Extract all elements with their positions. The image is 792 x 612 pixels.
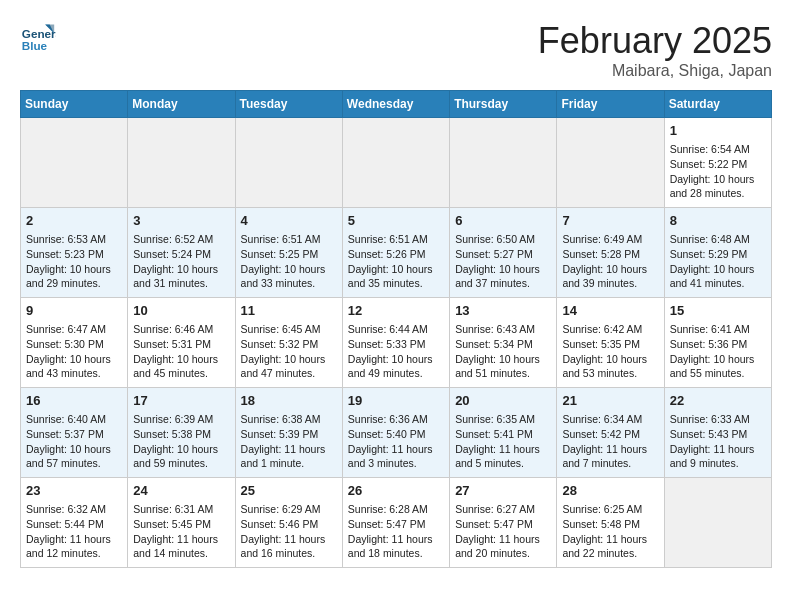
daylight-text: Daylight: 10 hours and 33 minutes. (241, 263, 326, 290)
daylight-text: Daylight: 11 hours and 20 minutes. (455, 533, 540, 560)
sunrise-text: Sunrise: 6:40 AM (26, 413, 106, 425)
sunset-text: Sunset: 5:47 PM (348, 518, 426, 530)
sunrise-text: Sunrise: 6:43 AM (455, 323, 535, 335)
calendar-cell: 18Sunrise: 6:38 AMSunset: 5:39 PMDayligh… (235, 388, 342, 478)
sunrise-text: Sunrise: 6:32 AM (26, 503, 106, 515)
day-number: 25 (241, 482, 337, 500)
sunrise-text: Sunrise: 6:31 AM (133, 503, 213, 515)
calendar-cell: 5Sunrise: 6:51 AMSunset: 5:26 PMDaylight… (342, 208, 449, 298)
day-number: 13 (455, 302, 551, 320)
day-number: 1 (670, 122, 766, 140)
daylight-text: Daylight: 11 hours and 22 minutes. (562, 533, 647, 560)
sunset-text: Sunset: 5:48 PM (562, 518, 640, 530)
day-number: 24 (133, 482, 229, 500)
calendar-cell: 17Sunrise: 6:39 AMSunset: 5:38 PMDayligh… (128, 388, 235, 478)
sunrise-text: Sunrise: 6:41 AM (670, 323, 750, 335)
calendar-cell: 16Sunrise: 6:40 AMSunset: 5:37 PMDayligh… (21, 388, 128, 478)
sunset-text: Sunset: 5:44 PM (26, 518, 104, 530)
sunrise-text: Sunrise: 6:49 AM (562, 233, 642, 245)
sunset-text: Sunset: 5:32 PM (241, 338, 319, 350)
daylight-text: Daylight: 11 hours and 14 minutes. (133, 533, 218, 560)
day-number: 28 (562, 482, 658, 500)
sunset-text: Sunset: 5:23 PM (26, 248, 104, 260)
calendar-cell: 10Sunrise: 6:46 AMSunset: 5:31 PMDayligh… (128, 298, 235, 388)
calendar-cell (557, 118, 664, 208)
sunrise-text: Sunrise: 6:51 AM (348, 233, 428, 245)
sunrise-text: Sunrise: 6:34 AM (562, 413, 642, 425)
sunset-text: Sunset: 5:24 PM (133, 248, 211, 260)
day-number: 11 (241, 302, 337, 320)
sunset-text: Sunset: 5:30 PM (26, 338, 104, 350)
daylight-text: Daylight: 10 hours and 59 minutes. (133, 443, 218, 470)
daylight-text: Daylight: 11 hours and 12 minutes. (26, 533, 111, 560)
day-number: 26 (348, 482, 444, 500)
sunrise-text: Sunrise: 6:29 AM (241, 503, 321, 515)
sunrise-text: Sunrise: 6:36 AM (348, 413, 428, 425)
sunrise-text: Sunrise: 6:25 AM (562, 503, 642, 515)
sunrise-text: Sunrise: 6:46 AM (133, 323, 213, 335)
day-number: 12 (348, 302, 444, 320)
calendar-cell: 21Sunrise: 6:34 AMSunset: 5:42 PMDayligh… (557, 388, 664, 478)
svg-text:Blue: Blue (22, 39, 48, 52)
sunrise-text: Sunrise: 6:54 AM (670, 143, 750, 155)
calendar-cell: 8Sunrise: 6:48 AMSunset: 5:29 PMDaylight… (664, 208, 771, 298)
calendar-table: SundayMondayTuesdayWednesdayThursdayFrid… (20, 90, 772, 568)
daylight-text: Daylight: 11 hours and 16 minutes. (241, 533, 326, 560)
calendar-cell: 12Sunrise: 6:44 AMSunset: 5:33 PMDayligh… (342, 298, 449, 388)
calendar-title: February 2025 (538, 20, 772, 62)
day-number: 15 (670, 302, 766, 320)
calendar-cell: 2Sunrise: 6:53 AMSunset: 5:23 PMDaylight… (21, 208, 128, 298)
day-number: 9 (26, 302, 122, 320)
day-number: 5 (348, 212, 444, 230)
calendar-cell: 9Sunrise: 6:47 AMSunset: 5:30 PMDaylight… (21, 298, 128, 388)
daylight-text: Daylight: 11 hours and 18 minutes. (348, 533, 433, 560)
day-header-monday: Monday (128, 91, 235, 118)
daylight-text: Daylight: 10 hours and 49 minutes. (348, 353, 433, 380)
calendar-cell: 11Sunrise: 6:45 AMSunset: 5:32 PMDayligh… (235, 298, 342, 388)
calendar-cell: 22Sunrise: 6:33 AMSunset: 5:43 PMDayligh… (664, 388, 771, 478)
day-number: 27 (455, 482, 551, 500)
daylight-text: Daylight: 10 hours and 51 minutes. (455, 353, 540, 380)
day-number: 18 (241, 392, 337, 410)
calendar-week-row: 23Sunrise: 6:32 AMSunset: 5:44 PMDayligh… (21, 478, 772, 568)
calendar-header-row: SundayMondayTuesdayWednesdayThursdayFrid… (21, 91, 772, 118)
day-number: 16 (26, 392, 122, 410)
daylight-text: Daylight: 11 hours and 7 minutes. (562, 443, 647, 470)
daylight-text: Daylight: 11 hours and 1 minute. (241, 443, 326, 470)
calendar-week-row: 1Sunrise: 6:54 AMSunset: 5:22 PMDaylight… (21, 118, 772, 208)
calendar-cell: 15Sunrise: 6:41 AMSunset: 5:36 PMDayligh… (664, 298, 771, 388)
daylight-text: Daylight: 10 hours and 53 minutes. (562, 353, 647, 380)
logo: General Blue (20, 20, 56, 56)
day-number: 14 (562, 302, 658, 320)
daylight-text: Daylight: 10 hours and 41 minutes. (670, 263, 755, 290)
day-number: 19 (348, 392, 444, 410)
sunset-text: Sunset: 5:35 PM (562, 338, 640, 350)
sunset-text: Sunset: 5:43 PM (670, 428, 748, 440)
daylight-text: Daylight: 10 hours and 29 minutes. (26, 263, 111, 290)
calendar-cell: 7Sunrise: 6:49 AMSunset: 5:28 PMDaylight… (557, 208, 664, 298)
sunset-text: Sunset: 5:45 PM (133, 518, 211, 530)
daylight-text: Daylight: 10 hours and 47 minutes. (241, 353, 326, 380)
daylight-text: Daylight: 10 hours and 55 minutes. (670, 353, 755, 380)
sunset-text: Sunset: 5:34 PM (455, 338, 533, 350)
calendar-week-row: 2Sunrise: 6:53 AMSunset: 5:23 PMDaylight… (21, 208, 772, 298)
sunset-text: Sunset: 5:29 PM (670, 248, 748, 260)
day-number: 6 (455, 212, 551, 230)
day-header-wednesday: Wednesday (342, 91, 449, 118)
day-number: 17 (133, 392, 229, 410)
calendar-cell: 26Sunrise: 6:28 AMSunset: 5:47 PMDayligh… (342, 478, 449, 568)
calendar-cell: 24Sunrise: 6:31 AMSunset: 5:45 PMDayligh… (128, 478, 235, 568)
calendar-week-row: 9Sunrise: 6:47 AMSunset: 5:30 PMDaylight… (21, 298, 772, 388)
sunrise-text: Sunrise: 6:42 AM (562, 323, 642, 335)
sunrise-text: Sunrise: 6:47 AM (26, 323, 106, 335)
day-number: 22 (670, 392, 766, 410)
day-header-tuesday: Tuesday (235, 91, 342, 118)
calendar-cell (21, 118, 128, 208)
daylight-text: Daylight: 10 hours and 37 minutes. (455, 263, 540, 290)
sunset-text: Sunset: 5:31 PM (133, 338, 211, 350)
day-header-thursday: Thursday (450, 91, 557, 118)
calendar-cell: 28Sunrise: 6:25 AMSunset: 5:48 PMDayligh… (557, 478, 664, 568)
sunset-text: Sunset: 5:46 PM (241, 518, 319, 530)
day-number: 20 (455, 392, 551, 410)
day-number: 8 (670, 212, 766, 230)
